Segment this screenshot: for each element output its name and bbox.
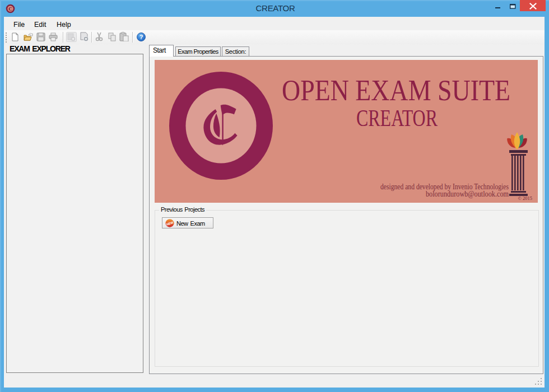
svg-text:?: ? <box>139 34 143 40</box>
svg-text:OPEN EXAM SUITE: OPEN EXAM SUITE <box>282 74 510 106</box>
svg-text:© 2015: © 2015 <box>518 195 532 201</box>
svg-text:bolorundurowb@outlook.com: bolorundurowb@outlook.com <box>426 190 509 198</box>
svg-text:CREATOR: CREATOR <box>356 105 438 131</box>
